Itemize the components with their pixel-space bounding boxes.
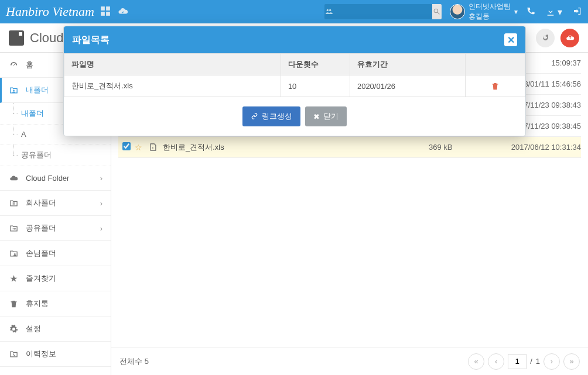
col-actions bbox=[465, 54, 525, 75]
col-filename: 파일명 bbox=[64, 54, 281, 75]
trash-icon[interactable] bbox=[491, 81, 500, 91]
modal-expiry: 2020/01/26 bbox=[350, 75, 465, 97]
modal-downloads: 10 bbox=[281, 75, 350, 97]
file-list-modal: 파일목록 ✕ 파일명 다운횟수 유효기간 한비로_견적서.xls102020/0… bbox=[63, 26, 526, 136]
close-button[interactable]: ✖ 닫기 bbox=[305, 106, 347, 126]
close-label: 닫기 bbox=[323, 111, 339, 122]
col-downloads: 다운횟수 bbox=[281, 54, 350, 75]
close-icon[interactable]: ✕ bbox=[504, 33, 517, 46]
modal-table: 파일명 다운횟수 유효기간 한비로_견적서.xls102020/01/26 bbox=[64, 53, 525, 97]
x-icon: ✖ bbox=[313, 112, 320, 121]
generate-link-label: 링크생성 bbox=[262, 111, 292, 122]
col-expiry: 유효기간 bbox=[350, 54, 465, 75]
modal-header: 파일목록 ✕ bbox=[64, 26, 525, 53]
modal-title: 파일목록 bbox=[72, 34, 110, 46]
link-icon bbox=[251, 112, 258, 121]
generate-link-button[interactable]: 링크생성 bbox=[242, 106, 300, 126]
modal-file-name: 한비로_견적서.xls bbox=[64, 75, 281, 97]
modal-row: 한비로_견적서.xls102020/01/26 bbox=[64, 75, 525, 97]
